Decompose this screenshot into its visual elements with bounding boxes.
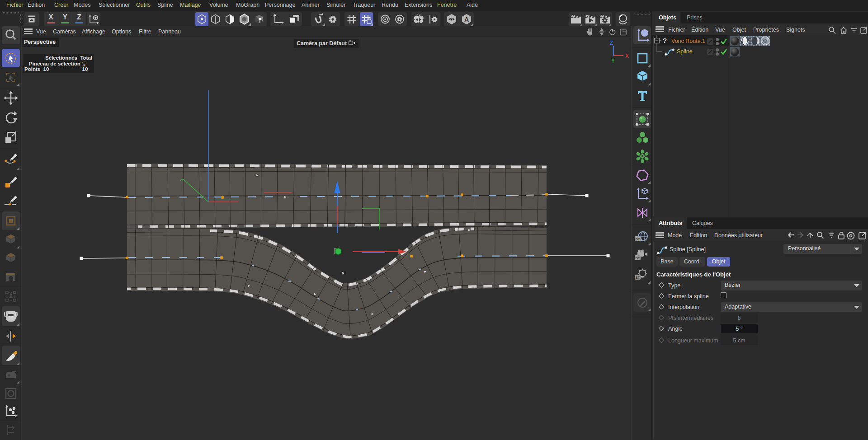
svg-text:Z: Z [610,40,613,46]
svg-text:Y: Y [611,58,615,64]
svg-text:ST: ST [635,276,640,280]
svg-text:A: A [464,16,469,23]
svg-text:ST: ST [635,237,640,241]
svg-text:X: X [625,53,629,59]
svg-text:ST: ST [635,256,640,260]
